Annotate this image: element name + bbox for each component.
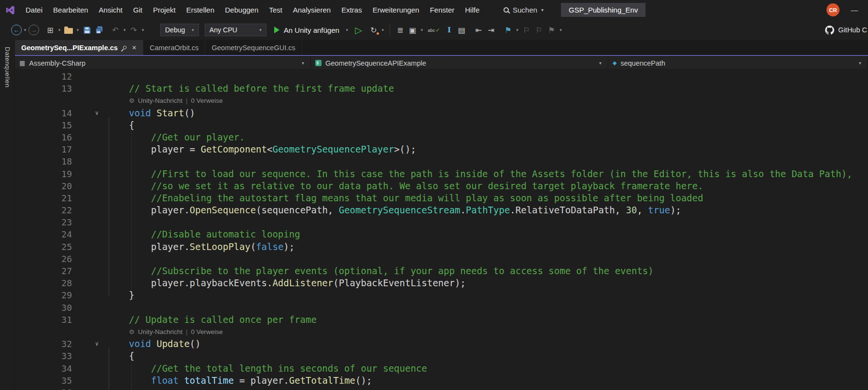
codelens-references[interactable]: 0 Verweise bbox=[191, 326, 223, 338]
debug-configuration-value: Debug bbox=[165, 26, 185, 34]
code-line[interactable]: { bbox=[129, 119, 134, 131]
undo-icon[interactable]: ↶ bbox=[110, 23, 121, 37]
increase-indent-icon[interactable]: ⇥ bbox=[485, 23, 497, 37]
code-line[interactable]: player.SetLoopPlay(false); bbox=[129, 241, 294, 253]
menu-item-fenster[interactable]: Fenster bbox=[424, 0, 460, 20]
menu-item-test[interactable]: Test bbox=[264, 0, 288, 20]
code-line[interactable]: // Start is called before the first fram… bbox=[129, 83, 394, 95]
pin-icon[interactable] bbox=[122, 45, 127, 50]
project-dropdown[interactable]: ▦ Assembly-CSharp ▾ bbox=[15, 57, 311, 69]
member-dropdown-icon[interactable]: ▤ bbox=[456, 23, 467, 37]
debug-configuration-dropdown[interactable]: Debug ▾ bbox=[160, 24, 199, 36]
code-line[interactable]: { bbox=[129, 350, 134, 362]
code-line[interactable]: //Enabeling the autostart flag means tha… bbox=[129, 192, 703, 204]
collapse-chevron-icon[interactable]: ∨ bbox=[95, 107, 98, 119]
code-row: 15{ bbox=[15, 119, 868, 131]
chevron-down-icon[interactable]: ▾ bbox=[22, 28, 28, 32]
chevron-down-icon[interactable]: ▾ bbox=[344, 28, 350, 32]
redo-icon[interactable]: ↷ bbox=[128, 23, 140, 37]
toolbar-overflow-icon[interactable]: ▾ bbox=[558, 28, 563, 32]
start-without-debugging-icon[interactable]: ▷ bbox=[353, 23, 364, 37]
navigate-forward-icon[interactable]: → bbox=[28, 25, 39, 35]
menu-item-projekt[interactable]: Projekt bbox=[148, 0, 181, 20]
code-line[interactable]: } bbox=[129, 289, 134, 301]
menu-item-erweiterungen[interactable]: Erweiterungen bbox=[367, 0, 425, 20]
open-folder-icon[interactable] bbox=[63, 23, 74, 37]
hot-reload-icon[interactable]: ↻ bbox=[368, 23, 379, 37]
code-editor[interactable]: 1213// Start is called before the first … bbox=[15, 69, 868, 390]
save-icon[interactable] bbox=[81, 23, 93, 37]
code-line[interactable]: float totalTime = player.GetTotalTime(); bbox=[129, 375, 372, 387]
code-line[interactable]: void Start() bbox=[129, 107, 195, 119]
text-cursor-icon[interactable]: I bbox=[443, 23, 455, 37]
word-completion-icon[interactable]: abc✓ bbox=[428, 23, 440, 37]
code-line[interactable]: void Update() bbox=[129, 338, 201, 350]
minimize-button[interactable]: — bbox=[846, 0, 863, 20]
fold-margin bbox=[72, 362, 129, 375]
menu-item-debuggen[interactable]: Debuggen bbox=[220, 0, 264, 20]
parameter-info-icon[interactable]: ▣ bbox=[407, 23, 419, 37]
platform-dropdown[interactable]: Any CPU ▾ bbox=[205, 24, 266, 36]
environment-button[interactable]: GSP_Publishing_Env bbox=[561, 3, 645, 17]
navigate-back-icon[interactable]: ← bbox=[11, 25, 22, 35]
menu-item-git[interactable]: Git bbox=[128, 0, 148, 20]
fold-margin bbox=[72, 119, 129, 131]
codelens-info[interactable]: ⚙Unity-Nachricht|0 Verweise bbox=[129, 95, 223, 107]
code-line[interactable]: player.OpenSequence(sequencePath, Geomet… bbox=[129, 204, 681, 216]
search-control[interactable]: Suchen ▾ bbox=[504, 0, 544, 20]
chevron-down-icon[interactable]: ▾ bbox=[380, 28, 386, 32]
line-number: 32 bbox=[15, 338, 72, 350]
fold-margin bbox=[72, 265, 129, 277]
code-line[interactable]: //Disable automatic looping bbox=[129, 228, 300, 240]
type-name: GeometrySequenceAPIExample bbox=[325, 59, 426, 67]
menu-item-analysieren[interactable]: Analysieren bbox=[288, 0, 336, 20]
next-bookmark-icon[interactable]: ⚐ bbox=[533, 23, 545, 37]
save-all-icon[interactable] bbox=[94, 23, 105, 37]
tab-cameraorbit-cs[interactable]: CameraOrbit.cs bbox=[143, 40, 206, 55]
close-tab-icon[interactable]: ✕ bbox=[132, 44, 137, 51]
new-project-icon[interactable]: ⊞ bbox=[44, 23, 56, 37]
code-line[interactable]: player = GetComponent<GeometrySequencePl… bbox=[129, 143, 416, 155]
chevron-down-icon[interactable]: ▾ bbox=[56, 28, 62, 32]
menu-item-erstellen[interactable]: Erstellen bbox=[181, 0, 220, 20]
menu-item-hilfe[interactable]: Hilfe bbox=[460, 0, 485, 20]
datasources-vertical-tab[interactable]: Datenquellen bbox=[4, 47, 11, 87]
user-avatar[interactable]: CR bbox=[826, 3, 840, 16]
codelens-info[interactable]: ⚙Unity-Nachricht|0 Verweise bbox=[129, 326, 223, 338]
chevron-down-icon[interactable]: ▾ bbox=[419, 28, 425, 32]
tab-geometrysequencegui-cs[interactable]: GeometrySequenceGUI.cs bbox=[205, 40, 302, 55]
code-line[interactable]: //so we set it as relative to our data p… bbox=[129, 180, 703, 192]
environment-label: GSP_Publishing_Env bbox=[569, 6, 638, 14]
menu-item-datei[interactable]: Datei bbox=[20, 0, 48, 20]
member-dropdown[interactable]: ◆ sequencePath ▾ bbox=[608, 57, 868, 69]
line-number: 27 bbox=[15, 265, 72, 277]
code-row: 19 //First to load our sequence. In this… bbox=[15, 168, 868, 180]
menu-item-extras[interactable]: Extras bbox=[336, 0, 367, 20]
menu-item-ansicht[interactable]: Ansicht bbox=[94, 0, 128, 20]
collapse-chevron-icon[interactable]: ∨ bbox=[95, 338, 98, 350]
menu-item-bearbeiten[interactable]: Bearbeiten bbox=[48, 0, 94, 20]
member-list-icon[interactable]: ≣ bbox=[394, 23, 406, 37]
type-dropdown[interactable]: GeometrySequenceAPIExample ▾ bbox=[311, 57, 608, 69]
chevron-down-icon[interactable]: ▾ bbox=[75, 28, 81, 32]
toggle-bookmark-icon[interactable]: ⚑ bbox=[502, 23, 514, 37]
fold-margin[interactable]: ∨ bbox=[72, 107, 129, 119]
code-line[interactable]: // Update is called once per frame bbox=[129, 314, 317, 326]
fold-margin[interactable]: ∨ bbox=[72, 338, 129, 350]
code-line[interactable]: //Subscribe to the player events (option… bbox=[129, 265, 654, 277]
codelens-references[interactable]: 0 Verweise bbox=[191, 95, 223, 107]
bookmark-window-icon[interactable]: ⚑ bbox=[546, 23, 557, 37]
code-row: 12 bbox=[15, 70, 868, 83]
code-line[interactable]: player.playbackEvents.AddListener(Playba… bbox=[129, 277, 466, 289]
chevron-down-icon[interactable]: ▾ bbox=[514, 28, 520, 32]
decrease-indent-icon[interactable]: ⇤ bbox=[473, 23, 484, 37]
tab-geometryseq-piexample-cs[interactable]: GeometrySeq...PIExample.cs✕ bbox=[15, 40, 143, 55]
previous-bookmark-icon[interactable]: ⚐ bbox=[520, 23, 532, 37]
code-line[interactable]: //First to load our sequence. In this ca… bbox=[129, 168, 853, 180]
attach-to-unity-button[interactable]: An Unity anfügen bbox=[274, 26, 339, 34]
chevron-down-icon[interactable]: ▾ bbox=[122, 28, 127, 32]
code-line[interactable]: //Get our player. bbox=[129, 131, 245, 143]
code-line[interactable]: //Get the total length ins seconds of ou… bbox=[129, 362, 427, 375]
github-copilot-button[interactable]: GitHub C bbox=[825, 20, 867, 40]
chevron-down-icon[interactable]: ▾ bbox=[140, 28, 146, 32]
